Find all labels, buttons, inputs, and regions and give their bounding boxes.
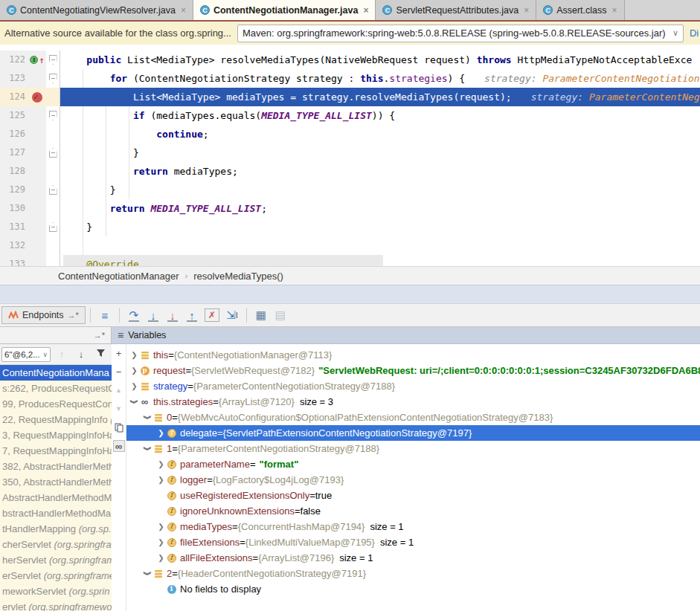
code-line[interactable]: 123 for (ContentNegotiationStrategy stra…	[0, 69, 700, 88]
fold-marker-icon[interactable]	[49, 111, 57, 120]
code-token: return	[133, 166, 174, 177]
breadcrumb-method[interactable]: resolveMediaTypes()	[193, 271, 283, 282]
close-icon[interactable]: ×	[363, 5, 368, 16]
variables-row[interactable]: fuseRegisteredExtensionsOnly = true	[126, 488, 700, 503]
code-line[interactable]: 132	[0, 236, 700, 255]
frame-row[interactable]: tHandlerMapping (org.sp.	[0, 521, 112, 537]
fold-marker-icon[interactable]	[49, 185, 57, 195]
up-arrow-icon[interactable]: ↑	[54, 349, 70, 360]
move-down-button[interactable]: ▼	[113, 403, 125, 415]
override-marker-icon[interactable]: I↑	[30, 56, 44, 64]
frame-row[interactable]: cherServlet (org.springfra.	[0, 537, 112, 552]
menu-icon[interactable]: ≡	[118, 332, 123, 339]
step-into-button[interactable]: ↓	[144, 306, 163, 324]
frame-row[interactable]: 7, RequestMappingInfoHa	[0, 443, 112, 459]
code-line[interactable]: 131 }	[0, 218, 700, 236]
frame-row[interactable]: bstractHandlerMethodMa	[0, 505, 112, 521]
step-out-button[interactable]: ↑	[182, 306, 202, 324]
editor-tab[interactable]: CAssert.class×	[536, 0, 624, 20]
step-over-button[interactable]: ↷	[124, 306, 144, 324]
frame-row[interactable]: 350, AbstractHandlerMetho	[0, 474, 112, 490]
code-line[interactable]: 126 continue;	[0, 125, 700, 143]
frame-row[interactable]: 22, RequestMappingInfo (	[0, 412, 112, 427]
variables-row[interactable]: ❱0 = {WebMvcAutoConfiguration$OptionalPa…	[126, 410, 700, 425]
copy-value-button[interactable]	[113, 421, 125, 433]
variables-row[interactable]: ❯strategy = {ParameterContentNegotiation…	[126, 378, 700, 394]
code-line[interactable]: 125 if (mediaTypes.equals(MEDIA_TYPE_ALL…	[0, 106, 700, 125]
variables-row[interactable]: ❯this = {ContentNegotiationManager@7113}	[126, 347, 700, 363]
drop-frame-button[interactable]: ✗	[205, 308, 219, 322]
expand-arrow-icon[interactable]: ❯	[129, 347, 139, 363]
evaluate-expression-button[interactable]: ▦	[251, 306, 271, 324]
expand-arrow-icon[interactable]: ❯	[156, 425, 166, 441]
breadcrumb-class[interactable]: ContentNegotiationManager	[58, 271, 179, 282]
run-to-cursor-button[interactable]: ⇲I	[222, 306, 242, 324]
layout-settings-button[interactable]: ▤	[271, 306, 290, 324]
code-line[interactable]: 129 }	[0, 181, 700, 199]
close-icon[interactable]: ×	[612, 5, 617, 16]
breakpoint-icon[interactable]	[32, 92, 42, 103]
variables-row[interactable]: ❯prequest = {ServletWebRequest@7182}"Ser…	[126, 363, 700, 378]
variables-row[interactable]: ❱1 = {ParameterContentNegotiationStrateg…	[126, 441, 700, 456]
close-icon[interactable]: ×	[524, 5, 529, 16]
expand-arrow-icon[interactable]: ❯	[129, 378, 139, 394]
editor-tab[interactable]: CServletRequestAttributes.java×	[376, 0, 536, 20]
frame-row[interactable]: AbstractHandlerMethodM	[0, 490, 112, 505]
source-jar-selector[interactable]: Maven: org.springframework:spring-web:5.…	[237, 25, 684, 42]
add-watch-button[interactable]: +	[113, 347, 125, 359]
move-up-button[interactable]: ▲	[113, 384, 125, 396]
code-line[interactable]: 128 return mediaTypes;	[0, 162, 700, 181]
down-arrow-icon[interactable]: ↓	[73, 349, 89, 360]
close-icon[interactable]: ×	[181, 5, 186, 16]
code-line[interactable]: 133 @Override	[0, 255, 700, 266]
frame-row[interactable]: erServlet (org.springframe	[0, 568, 112, 583]
variables-row[interactable]: ❱∞this.strategies = {ArrayList@7120}size…	[126, 394, 700, 410]
fold-marker-icon[interactable]	[49, 74, 57, 83]
frame-row[interactable]: ervlet (org.springframewo	[0, 599, 112, 611]
code-line[interactable]: 122I↑ public List<MediaType> resolveMedi…	[0, 51, 700, 69]
expand-arrow-icon[interactable]: ❯	[156, 519, 166, 534]
editor-tab[interactable]: CContentNegotiationManager.java×	[193, 0, 376, 20]
variables-row[interactable]: ❯flogger = {LogFactory$Log4jLog@7193}	[126, 472, 700, 488]
frame-row[interactable]: ContentNegotiationMana	[0, 365, 112, 381]
editor-tab[interactable]: CContentNegotiatingViewResolver.java×	[0, 0, 193, 20]
expand-arrow-icon[interactable]: ❱	[140, 444, 155, 453]
show-watches-button[interactable]: ∞	[113, 440, 125, 452]
thread-selector[interactable]: 6"@6,2... ∨	[1, 347, 51, 362]
variables-row[interactable]: ❱2 = {HeaderContentNegotiationStrategy@7…	[126, 566, 700, 581]
expand-arrow-icon[interactable]: ❯	[156, 550, 166, 566]
variables-row[interactable]: ❯fdelegate = {ServletPathExtensionConten…	[126, 425, 700, 441]
fold-marker-icon[interactable]	[49, 148, 57, 158]
variables-row[interactable]: ❯fparameterName = "format"	[126, 456, 700, 472]
code-editor[interactable]: 122I↑ public List<MediaType> resolveMedi…	[0, 45, 700, 266]
endpoints-tab[interactable]: Endpoints →*	[1, 306, 86, 324]
fold-marker-icon[interactable]	[49, 55, 57, 65]
variables-row[interactable]: ❯ffileExtensions = {LinkedMultiValueMap@…	[126, 534, 700, 550]
expand-arrow-icon[interactable]: ❯	[156, 456, 166, 472]
variables-row[interactable]: fignoreUnknownExtensions = false	[126, 503, 700, 519]
expand-arrow-icon[interactable]: ❱	[140, 569, 155, 578]
force-step-into-button[interactable]: ↓	[163, 306, 182, 324]
frame-row[interactable]: 3, RequestMappingInfoHa	[0, 427, 112, 443]
show-execution-point-button[interactable]: ≡	[95, 306, 115, 324]
variables-row[interactable]: ❯fmediaTypes = {ConcurrentHashMap@7194}s…	[126, 519, 700, 534]
code-line[interactable]: 127 }	[0, 143, 700, 162]
notification-link[interactable]: Di	[690, 28, 699, 39]
frame-row[interactable]: 382, AbstractHandlerMeth	[0, 459, 112, 474]
expand-arrow-icon[interactable]: ❯	[156, 472, 166, 488]
expand-arrow-icon[interactable]: ❱	[140, 413, 155, 422]
variables-row[interactable]: iNo fields to display	[126, 581, 700, 597]
filter-icon[interactable]	[92, 349, 109, 360]
code-line[interactable]: 124 List<MediaType> mediaTypes = strateg…	[0, 88, 700, 106]
frame-row[interactable]: meworkServlet (org.sprin	[0, 583, 112, 599]
code-line[interactable]: 130 return MEDIA_TYPE_ALL_LIST;	[0, 199, 700, 218]
fold-marker-icon[interactable]	[49, 222, 57, 232]
expand-arrow-icon[interactable]: ❯	[129, 363, 139, 378]
expand-arrow-icon[interactable]: ❯	[156, 534, 166, 550]
remove-watch-button[interactable]: −	[113, 366, 125, 378]
frame-row[interactable]: s:262, ProducesRequestCo	[0, 381, 112, 396]
frame-row[interactable]: 99, ProducesRequestCond	[0, 396, 112, 412]
variables-row[interactable]: ❯fallFileExtensions = {ArrayList@7196}si…	[126, 550, 700, 566]
expand-arrow-icon[interactable]: ❱	[126, 397, 142, 407]
frame-row[interactable]: herServlet (org.springfram	[0, 552, 112, 568]
